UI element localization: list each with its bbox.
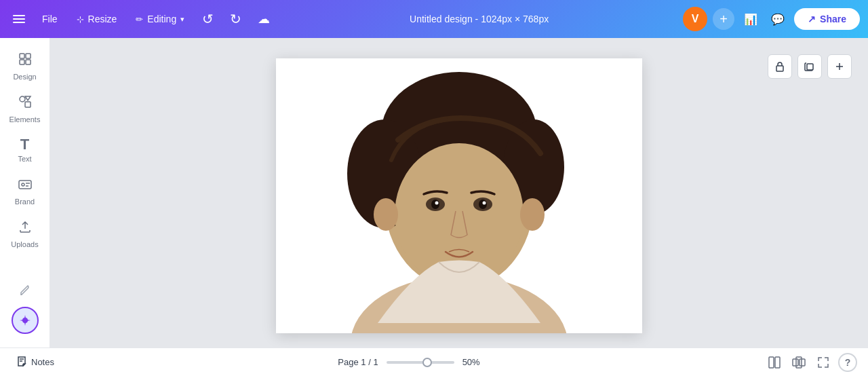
sidebar: Design Elements T Text: [0, 38, 50, 347]
sidebar-text-label: Text: [18, 155, 31, 163]
file-button[interactable]: File: [35, 10, 64, 29]
stats-icon[interactable]: 📊: [740, 9, 762, 30]
sidebar-item-brand[interactable]: Brand: [3, 171, 47, 211]
svg-rect-29: [775, 357, 780, 368]
add-page-button[interactable]: [827, 54, 852, 79]
slider-track[interactable]: [387, 361, 454, 364]
duplicate-button[interactable]: [797, 54, 822, 79]
svg-rect-3: [26, 60, 31, 64]
uploads-icon: [18, 219, 33, 238]
svg-rect-10: [776, 66, 783, 71]
svg-point-24: [435, 202, 439, 205]
share-label: Share: [820, 14, 846, 24]
pages-view-button[interactable]: [789, 353, 808, 372]
redo-button[interactable]: ↻: [224, 8, 247, 30]
sidebar-brand-label: Brand: [15, 198, 35, 206]
editing-label: Editing: [147, 14, 176, 24]
svg-rect-2: [20, 60, 24, 64]
design-icon: [18, 52, 33, 70]
canvas-image: [276, 58, 642, 333]
svg-marker-6: [25, 96, 31, 100]
sidebar-uploads-label: Uploads: [11, 240, 38, 248]
svg-point-22: [431, 200, 439, 209]
canvas-toolbar: [768, 54, 852, 79]
share-icon: ↗: [808, 14, 816, 24]
draw-icon: [18, 282, 32, 299]
grid-view-button[interactable]: [765, 353, 784, 372]
resize-icon: ⊹: [77, 14, 84, 24]
text-icon: T: [20, 137, 29, 152]
page-info: Page 1 / 1 50%: [68, 357, 757, 367]
sidebar-item-uploads[interactable]: Uploads: [3, 214, 47, 254]
bottom-bar: Notes Page 1 / 1 50%: [0, 347, 868, 376]
sidebar-elements-label: Elements: [9, 115, 41, 124]
resize-button[interactable]: ⊹ Resize: [70, 10, 124, 29]
svg-point-4: [20, 96, 25, 102]
magic-button[interactable]: [12, 307, 39, 334]
slider-thumb[interactable]: [422, 358, 432, 367]
svg-point-8: [22, 183, 24, 186]
header: File ⊹ Resize ✏ Editing ▾ ↺ ↻ ☁ Untitled…: [0, 0, 868, 38]
elements-icon: [18, 94, 33, 113]
svg-rect-1: [26, 54, 31, 58]
zoom-slider[interactable]: [387, 361, 454, 364]
svg-rect-5: [25, 102, 31, 107]
svg-rect-0: [20, 54, 24, 58]
lock-button[interactable]: [768, 54, 792, 79]
svg-point-25: [483, 202, 486, 205]
svg-rect-7: [19, 181, 31, 189]
share-button[interactable]: ↗ Share: [794, 8, 860, 30]
svg-rect-28: [769, 357, 774, 368]
zoom-value: 50%: [462, 357, 487, 367]
avatar[interactable]: V: [683, 7, 707, 31]
notes-icon: [16, 356, 27, 369]
resize-label: Resize: [88, 14, 117, 24]
svg-rect-11: [807, 64, 813, 70]
header-right: V + 📊 💬 ↗ Share: [683, 7, 860, 31]
fullscreen-button[interactable]: [814, 353, 833, 372]
sidebar-item-text[interactable]: T Text: [3, 132, 47, 168]
sidebar-item-draw[interactable]: [3, 276, 47, 304]
notes-button[interactable]: Notes: [11, 353, 60, 371]
document-title: Untitled design - 1024px × 768px: [281, 14, 677, 24]
sidebar-design-label: Design: [13, 73, 36, 81]
canvas[interactable]: [276, 58, 642, 333]
sidebar-item-elements[interactable]: Elements: [3, 89, 47, 129]
menu-icon[interactable]: [8, 11, 30, 27]
editing-button[interactable]: ✏ Editing ▾: [129, 10, 191, 29]
canvas-area: [50, 38, 868, 347]
svg-rect-30: [793, 359, 798, 366]
pencil-icon: ✏: [136, 14, 143, 24]
add-collaborator-button[interactable]: +: [713, 8, 734, 30]
svg-point-27: [520, 198, 545, 231]
main-area: Design Elements T Text: [0, 38, 868, 347]
comments-icon[interactable]: 💬: [767, 9, 789, 30]
svg-point-23: [479, 200, 487, 209]
help-label: ?: [845, 357, 851, 368]
sidebar-item-design[interactable]: Design: [3, 46, 47, 86]
undo-button[interactable]: ↺: [197, 8, 219, 30]
cloud-button[interactable]: ☁: [252, 9, 275, 29]
svg-point-26: [374, 198, 398, 231]
chevron-down-icon: ▾: [180, 15, 184, 24]
sidebar-bottom: [3, 276, 47, 339]
help-button[interactable]: ?: [838, 353, 857, 372]
svg-rect-31: [800, 359, 805, 366]
file-label: File: [42, 14, 58, 24]
bottom-right: ?: [765, 353, 857, 372]
brand-icon: [18, 176, 33, 195]
notes-label: Notes: [31, 357, 54, 367]
page-label: Page 1 / 1: [338, 357, 378, 367]
